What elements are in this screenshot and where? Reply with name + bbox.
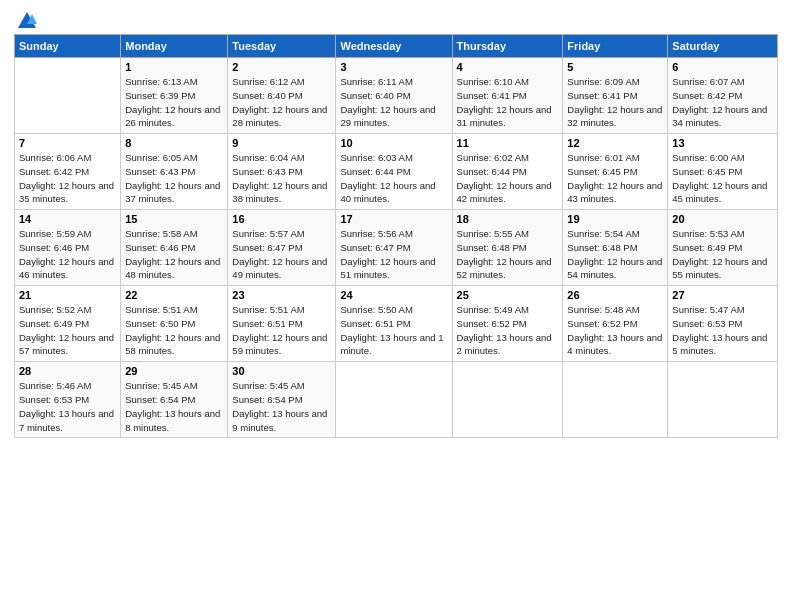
calendar-cell: 10Sunrise: 6:03 AMSunset: 6:44 PMDayligh… — [336, 134, 452, 210]
calendar-cell: 25Sunrise: 5:49 AMSunset: 6:52 PMDayligh… — [452, 286, 563, 362]
day-number: 22 — [125, 289, 223, 301]
calendar-cell — [452, 362, 563, 438]
day-number: 28 — [19, 365, 116, 377]
day-detail: Sunrise: 5:49 AMSunset: 6:52 PMDaylight:… — [457, 303, 559, 358]
calendar-cell: 22Sunrise: 5:51 AMSunset: 6:50 PMDayligh… — [121, 286, 228, 362]
day-number: 13 — [672, 137, 773, 149]
day-number: 2 — [232, 61, 331, 73]
day-detail: Sunrise: 5:55 AMSunset: 6:48 PMDaylight:… — [457, 227, 559, 282]
calendar-week-5: 28Sunrise: 5:46 AMSunset: 6:53 PMDayligh… — [15, 362, 778, 438]
col-header-saturday: Saturday — [668, 35, 778, 58]
day-detail: Sunrise: 5:53 AMSunset: 6:49 PMDaylight:… — [672, 227, 773, 282]
calendar-week-4: 21Sunrise: 5:52 AMSunset: 6:49 PMDayligh… — [15, 286, 778, 362]
calendar-week-2: 7Sunrise: 6:06 AMSunset: 6:42 PMDaylight… — [15, 134, 778, 210]
day-detail: Sunrise: 5:51 AMSunset: 6:50 PMDaylight:… — [125, 303, 223, 358]
calendar-container: SundayMondayTuesdayWednesdayThursdayFrid… — [0, 0, 792, 448]
day-detail: Sunrise: 5:59 AMSunset: 6:46 PMDaylight:… — [19, 227, 116, 282]
day-detail: Sunrise: 6:10 AMSunset: 6:41 PMDaylight:… — [457, 75, 559, 130]
calendar-cell — [668, 362, 778, 438]
logo-icon — [16, 10, 38, 32]
day-number: 26 — [567, 289, 663, 301]
day-number: 6 — [672, 61, 773, 73]
day-number: 5 — [567, 61, 663, 73]
calendar-cell: 19Sunrise: 5:54 AMSunset: 6:48 PMDayligh… — [563, 210, 668, 286]
calendar-cell: 8Sunrise: 6:05 AMSunset: 6:43 PMDaylight… — [121, 134, 228, 210]
calendar-cell: 28Sunrise: 5:46 AMSunset: 6:53 PMDayligh… — [15, 362, 121, 438]
calendar-week-3: 14Sunrise: 5:59 AMSunset: 6:46 PMDayligh… — [15, 210, 778, 286]
calendar-cell: 5Sunrise: 6:09 AMSunset: 6:41 PMDaylight… — [563, 58, 668, 134]
day-detail: Sunrise: 6:00 AMSunset: 6:45 PMDaylight:… — [672, 151, 773, 206]
calendar-cell: 20Sunrise: 5:53 AMSunset: 6:49 PMDayligh… — [668, 210, 778, 286]
calendar-cell: 21Sunrise: 5:52 AMSunset: 6:49 PMDayligh… — [15, 286, 121, 362]
header-row — [14, 10, 778, 28]
day-detail: Sunrise: 6:06 AMSunset: 6:42 PMDaylight:… — [19, 151, 116, 206]
calendar-cell — [563, 362, 668, 438]
calendar-cell: 6Sunrise: 6:07 AMSunset: 6:42 PMDaylight… — [668, 58, 778, 134]
day-detail: Sunrise: 5:57 AMSunset: 6:47 PMDaylight:… — [232, 227, 331, 282]
calendar-cell: 9Sunrise: 6:04 AMSunset: 6:43 PMDaylight… — [228, 134, 336, 210]
day-detail: Sunrise: 6:09 AMSunset: 6:41 PMDaylight:… — [567, 75, 663, 130]
calendar-table: SundayMondayTuesdayWednesdayThursdayFrid… — [14, 34, 778, 438]
calendar-cell: 30Sunrise: 5:45 AMSunset: 6:54 PMDayligh… — [228, 362, 336, 438]
calendar-cell: 17Sunrise: 5:56 AMSunset: 6:47 PMDayligh… — [336, 210, 452, 286]
day-number: 21 — [19, 289, 116, 301]
calendar-cell: 1Sunrise: 6:13 AMSunset: 6:39 PMDaylight… — [121, 58, 228, 134]
day-number: 3 — [340, 61, 447, 73]
day-number: 10 — [340, 137, 447, 149]
calendar-cell: 7Sunrise: 6:06 AMSunset: 6:42 PMDaylight… — [15, 134, 121, 210]
day-detail: Sunrise: 6:03 AMSunset: 6:44 PMDaylight:… — [340, 151, 447, 206]
day-detail: Sunrise: 5:46 AMSunset: 6:53 PMDaylight:… — [19, 379, 116, 434]
calendar-cell: 12Sunrise: 6:01 AMSunset: 6:45 PMDayligh… — [563, 134, 668, 210]
day-number: 24 — [340, 289, 447, 301]
day-detail: Sunrise: 6:11 AMSunset: 6:40 PMDaylight:… — [340, 75, 447, 130]
day-number: 17 — [340, 213, 447, 225]
day-number: 11 — [457, 137, 559, 149]
day-detail: Sunrise: 6:04 AMSunset: 6:43 PMDaylight:… — [232, 151, 331, 206]
day-detail: Sunrise: 5:58 AMSunset: 6:46 PMDaylight:… — [125, 227, 223, 282]
day-detail: Sunrise: 5:51 AMSunset: 6:51 PMDaylight:… — [232, 303, 331, 358]
day-detail: Sunrise: 6:07 AMSunset: 6:42 PMDaylight:… — [672, 75, 773, 130]
calendar-cell: 4Sunrise: 6:10 AMSunset: 6:41 PMDaylight… — [452, 58, 563, 134]
logo-block — [14, 10, 38, 28]
day-detail: Sunrise: 6:13 AMSunset: 6:39 PMDaylight:… — [125, 75, 223, 130]
day-detail: Sunrise: 6:01 AMSunset: 6:45 PMDaylight:… — [567, 151, 663, 206]
col-header-thursday: Thursday — [452, 35, 563, 58]
calendar-cell: 14Sunrise: 5:59 AMSunset: 6:46 PMDayligh… — [15, 210, 121, 286]
calendar-week-1: 1Sunrise: 6:13 AMSunset: 6:39 PMDaylight… — [15, 58, 778, 134]
day-number: 16 — [232, 213, 331, 225]
day-number: 18 — [457, 213, 559, 225]
calendar-cell — [336, 362, 452, 438]
day-number: 15 — [125, 213, 223, 225]
calendar-cell: 16Sunrise: 5:57 AMSunset: 6:47 PMDayligh… — [228, 210, 336, 286]
day-number: 12 — [567, 137, 663, 149]
calendar-cell: 3Sunrise: 6:11 AMSunset: 6:40 PMDaylight… — [336, 58, 452, 134]
calendar-cell: 2Sunrise: 6:12 AMSunset: 6:40 PMDaylight… — [228, 58, 336, 134]
day-number: 4 — [457, 61, 559, 73]
col-header-monday: Monday — [121, 35, 228, 58]
calendar-cell: 27Sunrise: 5:47 AMSunset: 6:53 PMDayligh… — [668, 286, 778, 362]
day-number: 7 — [19, 137, 116, 149]
day-detail: Sunrise: 5:47 AMSunset: 6:53 PMDaylight:… — [672, 303, 773, 358]
logo — [14, 10, 38, 28]
day-number: 8 — [125, 137, 223, 149]
calendar-cell: 24Sunrise: 5:50 AMSunset: 6:51 PMDayligh… — [336, 286, 452, 362]
day-detail: Sunrise: 5:45 AMSunset: 6:54 PMDaylight:… — [232, 379, 331, 434]
day-detail: Sunrise: 5:54 AMSunset: 6:48 PMDaylight:… — [567, 227, 663, 282]
col-header-tuesday: Tuesday — [228, 35, 336, 58]
day-number: 30 — [232, 365, 331, 377]
day-number: 25 — [457, 289, 559, 301]
day-number: 27 — [672, 289, 773, 301]
header-row-days: SundayMondayTuesdayWednesdayThursdayFrid… — [15, 35, 778, 58]
day-number: 19 — [567, 213, 663, 225]
day-number: 20 — [672, 213, 773, 225]
day-number: 29 — [125, 365, 223, 377]
calendar-cell: 15Sunrise: 5:58 AMSunset: 6:46 PMDayligh… — [121, 210, 228, 286]
col-header-sunday: Sunday — [15, 35, 121, 58]
col-header-wednesday: Wednesday — [336, 35, 452, 58]
day-detail: Sunrise: 6:02 AMSunset: 6:44 PMDaylight:… — [457, 151, 559, 206]
calendar-cell: 11Sunrise: 6:02 AMSunset: 6:44 PMDayligh… — [452, 134, 563, 210]
calendar-cell: 26Sunrise: 5:48 AMSunset: 6:52 PMDayligh… — [563, 286, 668, 362]
day-detail: Sunrise: 5:48 AMSunset: 6:52 PMDaylight:… — [567, 303, 663, 358]
day-detail: Sunrise: 6:12 AMSunset: 6:40 PMDaylight:… — [232, 75, 331, 130]
day-number: 9 — [232, 137, 331, 149]
